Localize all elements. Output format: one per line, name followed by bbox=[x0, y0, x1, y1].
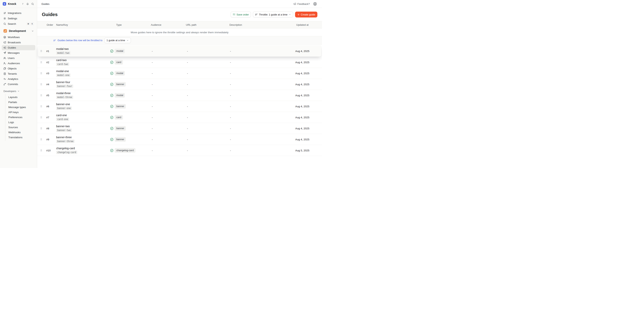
table-row[interactable]: #3 modal-one modal-one modal - - bbox=[37, 68, 322, 79]
guide-name: banner-one bbox=[56, 103, 109, 106]
sidebar-subitem[interactable]: Message types bbox=[6, 105, 37, 110]
sidebar-item-label: Integrations bbox=[8, 11, 22, 14]
sidebar-item-label: Workflows bbox=[8, 36, 20, 39]
sidebar-item[interactable]: Analytics bbox=[0, 76, 37, 82]
feedback-button[interactable]: Feedback? bbox=[293, 2, 310, 5]
sidebar-item-integrations[interactable]: Integrations bbox=[0, 10, 37, 16]
sidebar-subitem[interactable]: Webhooks bbox=[6, 130, 37, 135]
guide-name-key[interactable]: banner-one banner-one bbox=[56, 103, 109, 110]
account-circle-icon bbox=[313, 2, 317, 6]
integrations-icon bbox=[3, 11, 6, 14]
sidebar-subitem[interactable]: Preferences bbox=[6, 115, 37, 120]
guide-key-badge: card-one bbox=[56, 118, 69, 121]
throttle-dropdown-button[interactable]: Throttle: 1 guide at a time bbox=[253, 11, 293, 17]
guide-order: #7 bbox=[45, 116, 56, 119]
guide-name-key[interactable]: modal-three modal-three bbox=[56, 92, 109, 99]
notifications-bell-icon[interactable] bbox=[26, 2, 29, 5]
sidebar-item[interactable]: Broadcasts bbox=[0, 40, 37, 45]
guide-url-path: - bbox=[185, 94, 230, 97]
guide-status bbox=[109, 61, 115, 64]
guide-url-path: - bbox=[185, 72, 230, 75]
search-shortcut: ⌘ K bbox=[26, 22, 34, 25]
drag-handle[interactable] bbox=[40, 116, 45, 119]
table-row[interactable]: #9 banner-three banner-three banner - - bbox=[37, 134, 322, 145]
table-row[interactable]: #7 card-one card-one card - - bbox=[37, 112, 322, 123]
unfold-switcher-icon[interactable] bbox=[22, 2, 24, 5]
create-guide-button[interactable]: Create guide bbox=[295, 11, 317, 17]
check-circle-icon bbox=[110, 83, 114, 86]
guide-name-key[interactable]: banner-three banner-three bbox=[56, 136, 109, 143]
sidebar-item[interactable]: Audiences bbox=[0, 61, 37, 66]
guide-url-path: - bbox=[185, 138, 230, 141]
sidebar-subitem[interactable]: Partials bbox=[6, 100, 37, 105]
account-menu-button[interactable] bbox=[313, 2, 317, 6]
sidebar-item[interactable]: Users bbox=[0, 55, 37, 61]
drag-handle[interactable] bbox=[40, 138, 45, 141]
sidebar-item[interactable]: Tenants bbox=[0, 71, 37, 76]
table-row[interactable]: #4 banner-four banner-four banner - - bbox=[37, 79, 322, 90]
sidebar-item[interactable]: Objects bbox=[0, 66, 37, 71]
table-row[interactable]: #6 banner-one banner-one banner - - bbox=[37, 101, 322, 112]
guide-status bbox=[109, 138, 115, 141]
search-icon[interactable] bbox=[31, 2, 34, 5]
drag-handle[interactable] bbox=[40, 149, 45, 152]
table-row[interactable]: #10 changelog-card changelog-card change… bbox=[37, 145, 322, 156]
guide-order: #9 bbox=[45, 138, 56, 141]
guide-name-key[interactable]: card-two card-two bbox=[56, 59, 109, 66]
guide-name-key[interactable]: card-one card-one bbox=[56, 114, 109, 121]
drag-handle[interactable] bbox=[40, 127, 45, 130]
table-row[interactable]: #8 banner-two banner-two banner - - bbox=[37, 123, 322, 134]
guide-status bbox=[109, 105, 115, 108]
guide-name-key[interactable]: changelog-card changelog-card bbox=[56, 147, 109, 154]
sidebar-item-settings[interactable]: Settings bbox=[0, 16, 37, 21]
throttle-value-dropdown[interactable]: 1 guide at a time bbox=[104, 38, 131, 43]
environment-switcher[interactable]: Development bbox=[0, 28, 37, 34]
sidebar-item-label: Broadcasts bbox=[8, 41, 21, 44]
check-circle-icon bbox=[110, 49, 114, 53]
drag-handle[interactable] bbox=[40, 94, 45, 97]
guide-name-key[interactable]: banner-four banner-four bbox=[56, 81, 109, 88]
sidebar-section-developers[interactable]: Developers bbox=[0, 88, 37, 94]
guide-description: - bbox=[230, 149, 295, 152]
guide-name-key[interactable]: banner-two banner-two bbox=[56, 125, 109, 132]
guide-name: banner-four bbox=[56, 81, 109, 84]
guide-key-badge: card-two bbox=[56, 62, 69, 66]
drag-dots-icon bbox=[40, 105, 42, 108]
sidebar-subitem[interactable]: Sources bbox=[6, 125, 37, 130]
guide-key-badge: modal-two bbox=[56, 51, 70, 55]
sidebar-item[interactable]: Guides bbox=[2, 45, 35, 50]
drag-handle[interactable] bbox=[40, 49, 45, 53]
guide-name-key[interactable]: modal-two modal-two bbox=[56, 47, 109, 55]
table-row[interactable]: #2 card-two card-two card - - bbox=[37, 57, 322, 68]
drag-handle[interactable] bbox=[40, 72, 45, 75]
sidebar-subitem[interactable]: Translations bbox=[6, 135, 37, 140]
sidebar-item-search[interactable]: Search ⌘ K bbox=[0, 21, 37, 26]
ignore-throttle-dropzone[interactable]: Move guides here to ignore the throttle … bbox=[37, 28, 322, 36]
drag-dots-icon bbox=[40, 116, 42, 119]
throttle-divider-row: Guides below this row will be throttled … bbox=[37, 36, 322, 44]
guide-audience: - bbox=[150, 149, 185, 152]
save-order-button[interactable]: Save order bbox=[230, 11, 251, 17]
gear-icon bbox=[3, 17, 6, 20]
table-row[interactable]: #5 modal-three modal-three modal - - bbox=[37, 90, 322, 101]
developers-section-label: Developers bbox=[4, 90, 16, 93]
drag-handle[interactable] bbox=[40, 61, 45, 64]
guide-status bbox=[109, 116, 115, 119]
sidebar-item[interactable]: Commits bbox=[0, 82, 37, 87]
sidebar-subitem[interactable]: API keys bbox=[6, 110, 37, 115]
throttle-note-link[interactable]: Guides below this row will be throttled … bbox=[58, 39, 102, 42]
guide-name-key[interactable]: modal-one modal-one bbox=[56, 70, 109, 77]
drag-handle[interactable] bbox=[40, 105, 45, 108]
sidebar-subitem[interactable]: Layouts bbox=[6, 95, 37, 100]
sidebar-item[interactable]: Workflows bbox=[0, 35, 37, 40]
commit-icon bbox=[3, 83, 6, 86]
table-row[interactable]: #1 modal-two modal-two modal - - bbox=[38, 45, 321, 57]
page-header: Guides Save order Throttle: 1 guide at a… bbox=[37, 8, 322, 21]
sidebar-item[interactable]: Messages bbox=[0, 50, 37, 55]
analytics-icon bbox=[3, 78, 6, 80]
sidebar-subitem[interactable]: Logs bbox=[6, 120, 37, 125]
workspace-switcher[interactable]: k Knock bbox=[0, 0, 37, 8]
guide-type: banner bbox=[115, 137, 150, 142]
drag-handle[interactable] bbox=[40, 83, 45, 86]
guide-name: modal-one bbox=[56, 70, 109, 73]
